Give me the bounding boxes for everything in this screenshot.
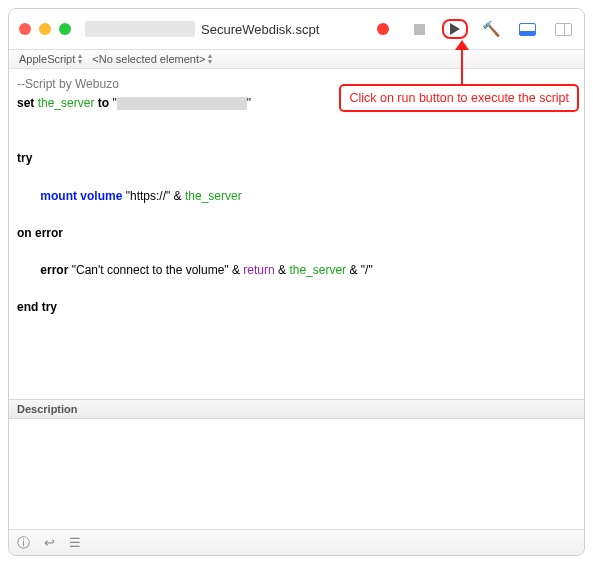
description-header: Description — [9, 399, 584, 419]
traffic-lights — [19, 23, 71, 35]
callout-text: Click on run button to execute the scrip… — [349, 91, 569, 105]
var-server3: the_server — [289, 263, 346, 277]
code-comment: --Script by Webuzo — [17, 77, 119, 91]
var-server2: the_server — [185, 189, 242, 203]
str-slash: "/" — [361, 263, 373, 277]
language-label: AppleScript — [19, 53, 75, 65]
maximize-icon[interactable] — [59, 23, 71, 35]
updown-icon: ▴▾ — [208, 53, 212, 65]
navigation-bar: AppleScript ▴▾ <No selected element> ▴▾ — [9, 49, 584, 69]
compile-button[interactable]: 🔨 — [478, 18, 504, 40]
run-button-highlight — [442, 19, 468, 39]
element-selector[interactable]: <No selected element> ▴▾ — [88, 53, 216, 65]
amp1: & — [174, 189, 182, 203]
redacted-server — [117, 97, 247, 110]
kw-mount: mount volume — [40, 189, 122, 203]
bottom-panel-button[interactable] — [514, 18, 540, 40]
callout-arrow-head-icon — [455, 40, 469, 50]
updown-icon: ▴▾ — [78, 53, 82, 65]
kw-to: to — [98, 96, 109, 110]
amp3: & — [278, 263, 286, 277]
language-selector[interactable]: AppleScript ▴▾ — [15, 53, 86, 65]
hammer-icon: 🔨 — [482, 20, 501, 38]
var-server: the_server — [38, 96, 95, 110]
code-editor[interactable]: --Script by Webuzo set the_server to "" … — [9, 69, 584, 399]
footer-bar: ⓘ ↩ ☰ — [9, 529, 584, 555]
record-button[interactable] — [370, 18, 396, 40]
str-errmsg: "Can't connect to the volume" — [72, 263, 229, 277]
kw-endtry: end try — [17, 300, 57, 314]
accessibility-icon[interactable]: ⓘ — [17, 534, 30, 552]
amp2: & — [232, 263, 240, 277]
element-label: <No selected element> — [92, 53, 205, 65]
run-button[interactable] — [450, 23, 460, 35]
toolbar-right: 🔨 — [370, 18, 576, 40]
close-icon[interactable] — [19, 23, 31, 35]
window-title: SecureWebdisk.scpt — [201, 22, 319, 37]
titlebar: SecureWebdisk.scpt 🔨 — [9, 9, 584, 49]
callout-box: Click on run button to execute the scrip… — [339, 84, 579, 112]
play-icon — [450, 23, 460, 35]
stop-button[interactable] — [406, 18, 432, 40]
str-https: "https://" — [126, 189, 171, 203]
kw-return: return — [243, 263, 274, 277]
list-icon[interactable]: ☰ — [69, 535, 81, 550]
amp4: & — [349, 263, 357, 277]
kw-set: set — [17, 96, 34, 110]
split-icon — [555, 23, 572, 36]
description-body[interactable] — [9, 419, 584, 529]
stop-icon — [414, 24, 425, 35]
title-redacted — [85, 21, 195, 37]
side-panel-button[interactable] — [550, 18, 576, 40]
back-icon[interactable]: ↩ — [44, 535, 55, 550]
record-icon — [377, 23, 389, 35]
panel-icon — [519, 23, 536, 36]
kw-error: error — [40, 263, 68, 277]
minimize-icon[interactable] — [39, 23, 51, 35]
kw-onerror: on error — [17, 226, 63, 240]
kw-try: try — [17, 151, 32, 165]
